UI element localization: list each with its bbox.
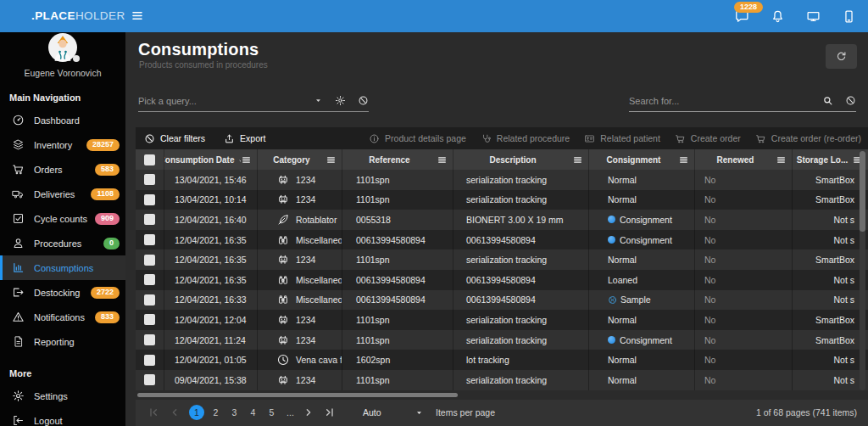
id-card-icon bbox=[584, 133, 595, 144]
sidebar-item-settings[interactable]: Settings bbox=[0, 384, 125, 408]
row-checkbox[interactable] bbox=[144, 234, 155, 245]
horizontal-scrollbar-thumb[interactable] bbox=[137, 393, 458, 397]
refresh-button[interactable] bbox=[826, 44, 857, 69]
table-row[interactable]: 12/04/2021, 16:3512341101spnserializatio… bbox=[136, 249, 868, 270]
row-checkbox[interactable] bbox=[144, 274, 155, 285]
sidebar-item-deliveries[interactable]: Deliveries1108 bbox=[0, 182, 125, 206]
export-icon bbox=[224, 133, 235, 144]
query-select[interactable]: Pick a query... bbox=[138, 90, 369, 112]
column-header-consignment[interactable]: Consignment bbox=[589, 149, 695, 170]
column-header-reference[interactable]: Reference bbox=[342, 149, 453, 170]
chevron-down-icon bbox=[415, 408, 424, 418]
table-row[interactable]: 12/04/2021, 16:33Miscellaneous0061399458… bbox=[136, 290, 868, 311]
cell-text: SmartBox bbox=[815, 335, 854, 345]
sidebar-item-notifications[interactable]: Notifications833 bbox=[0, 305, 125, 329]
column-title-text: Renewed bbox=[717, 155, 754, 165]
column-header-category[interactable]: Category bbox=[258, 149, 342, 170]
clear-filters-button[interactable]: Clear filters bbox=[144, 133, 205, 144]
column-menu-icon[interactable] bbox=[437, 154, 448, 165]
sidebar-item-orders[interactable]: Orders583 bbox=[0, 157, 125, 182]
cell-renewed: No bbox=[695, 170, 793, 190]
table-row[interactable]: 12/04/2021, 11:2412341101spnserializatio… bbox=[136, 330, 868, 350]
related-procedure-button[interactable]: Related procedure bbox=[481, 133, 570, 144]
cell-text: Not s bbox=[833, 375, 854, 385]
sidebar-item-logout[interactable]: Logout bbox=[0, 408, 125, 426]
row-checkbox[interactable] bbox=[144, 374, 155, 385]
column-menu-icon[interactable] bbox=[326, 154, 337, 165]
cell-category: Miscellaneous bbox=[258, 230, 342, 250]
sidebar-item-consumptions[interactable]: Consumptions bbox=[0, 255, 125, 280]
table-row[interactable]: 09/04/2021, 15:3812341101spnserializatio… bbox=[136, 370, 868, 390]
create-order-re-order-button[interactable]: Create order (re-order) bbox=[755, 133, 861, 144]
cell-storage: Not s bbox=[793, 230, 868, 250]
page-ellipsis[interactable]: ... bbox=[283, 405, 298, 420]
sidebar-item-destocking[interactable]: Destocking2722 bbox=[0, 280, 125, 305]
column-menu-icon[interactable] bbox=[678, 154, 689, 165]
row-checkbox[interactable] bbox=[144, 294, 155, 305]
page-number[interactable]: 2 bbox=[209, 405, 223, 420]
export-button[interactable]: Export bbox=[224, 133, 265, 144]
chevron-down-icon[interactable] bbox=[314, 96, 323, 105]
related-patient-button[interactable]: Related patient bbox=[584, 133, 660, 144]
row-checkbox-cell bbox=[136, 310, 164, 330]
tablet-icon[interactable] bbox=[842, 9, 856, 24]
first-page-icon[interactable] bbox=[147, 406, 160, 419]
grid-toolbar: Clear filtersExport Product details page… bbox=[136, 127, 868, 149]
hamburger-menu-icon[interactable] bbox=[130, 9, 145, 22]
column-header-description[interactable]: Description bbox=[453, 149, 589, 170]
page-number[interactable]: 1 bbox=[189, 405, 204, 420]
column-menu-icon[interactable] bbox=[572, 154, 583, 165]
page-number[interactable]: 4 bbox=[246, 405, 260, 420]
sidebar-item-cycle-counts[interactable]: Cycle counts909 bbox=[0, 206, 125, 231]
search-input[interactable]: Search for... bbox=[629, 90, 856, 112]
cell-storage: SmartBox bbox=[793, 190, 868, 210]
previous-page-icon[interactable] bbox=[168, 406, 181, 419]
table-row[interactable]: 13/04/2021, 15:4612341101spnserializatio… bbox=[136, 170, 868, 190]
table-row[interactable]: 12/04/2021, 12:0412341101spnserializatio… bbox=[136, 310, 868, 330]
column-header-consumption-date[interactable]: Consumption Date bbox=[164, 149, 258, 170]
select-all-checkbox[interactable] bbox=[144, 154, 155, 165]
product-details-page-button[interactable]: Product details page bbox=[369, 133, 466, 144]
row-checkbox[interactable] bbox=[144, 355, 155, 366]
table-row[interactable]: 12/04/2021, 16:35Miscellaneous0061399458… bbox=[136, 230, 868, 250]
cell-text: 12/04/2021, 16:35 bbox=[175, 255, 247, 265]
sidebar-item-reporting[interactable]: Reporting bbox=[0, 329, 125, 354]
next-page-icon[interactable] bbox=[302, 406, 315, 419]
create-order-button[interactable]: Create order bbox=[675, 133, 741, 144]
miscellaneous-icon bbox=[276, 273, 290, 287]
bell-icon[interactable] bbox=[771, 9, 785, 24]
row-checkbox[interactable] bbox=[144, 174, 155, 185]
row-checkbox[interactable] bbox=[144, 194, 155, 205]
table-row[interactable]: 12/04/2021, 16:40Rotablator0055318BIONER… bbox=[136, 210, 868, 230]
cell-text: 1101spn bbox=[356, 335, 390, 345]
monitor-icon[interactable] bbox=[806, 9, 821, 24]
sidebar-item-procedures[interactable]: Procedures0 bbox=[0, 231, 125, 255]
row-checkbox[interactable] bbox=[144, 314, 155, 325]
search-icon[interactable] bbox=[822, 95, 833, 106]
table-row[interactable]: 12/04/2021, 01:05Vena cava filter1602spn… bbox=[136, 350, 868, 370]
row-checkbox[interactable] bbox=[144, 214, 155, 225]
last-page-icon[interactable] bbox=[323, 406, 337, 419]
cell-text: Sample bbox=[620, 294, 651, 305]
column-header-storage-lo[interactable]: Storage Lo... bbox=[793, 149, 868, 170]
table-row[interactable]: 12/04/2021, 16:35Miscellaneous0061399458… bbox=[136, 270, 868, 290]
row-checkbox[interactable] bbox=[144, 334, 155, 345]
items-per-page-select[interactable]: Auto bbox=[363, 407, 424, 418]
page-number[interactable]: 3 bbox=[227, 405, 242, 420]
cell-date: 12/04/2021, 16:40 bbox=[164, 210, 258, 230]
vertical-scrollbar-thumb[interactable] bbox=[860, 151, 865, 232]
sidebar-item-inventory[interactable]: Inventory28257 bbox=[0, 132, 125, 157]
count-badge: 833 bbox=[95, 311, 120, 323]
query-clear-ban-icon[interactable] bbox=[358, 95, 369, 106]
avatar-status-dot bbox=[73, 55, 80, 62]
main-content: Consumptions Products consumed in proced… bbox=[125, 32, 868, 426]
page-number[interactable]: 5 bbox=[264, 405, 279, 420]
sidebar-item-dashboard[interactable]: Dashboard bbox=[0, 108, 125, 132]
column-header-renewed[interactable]: Renewed bbox=[695, 149, 793, 170]
query-settings-gear-icon[interactable] bbox=[335, 95, 346, 106]
search-clear-ban-icon[interactable] bbox=[845, 95, 856, 106]
row-checkbox[interactable] bbox=[144, 255, 155, 266]
column-menu-icon[interactable] bbox=[776, 154, 787, 165]
table-row[interactable]: 13/04/2021, 10:1412341101spnserializatio… bbox=[136, 190, 868, 210]
column-menu-icon[interactable] bbox=[241, 154, 252, 165]
